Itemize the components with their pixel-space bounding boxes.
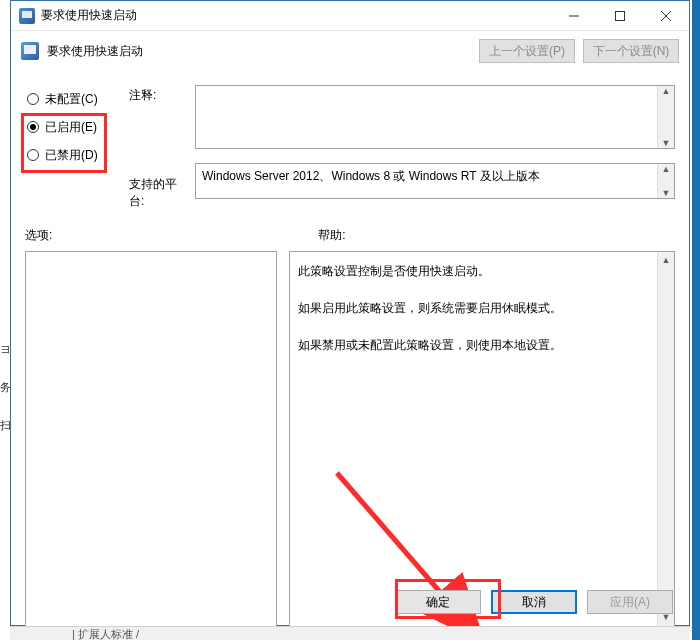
options-pane xyxy=(25,251,277,627)
scroll-down-icon[interactable]: ▼ xyxy=(662,138,671,148)
prev-setting-button[interactable]: 上一个设置(P) xyxy=(479,39,575,63)
radio-disabled[interactable]: 已禁用(D) xyxy=(25,141,117,169)
comment-label: 注释: xyxy=(129,87,189,104)
scroll-up-icon[interactable]: ▲ xyxy=(662,86,671,96)
desktop-edge xyxy=(692,0,700,640)
platform-text: Windows Server 2012、Windows 8 或 Windows … xyxy=(202,169,540,183)
apply-button[interactable]: 应用(A) xyxy=(587,590,673,614)
scroll-up-icon[interactable]: ▲ xyxy=(662,164,671,174)
cancel-button[interactable]: 取消 xyxy=(491,590,577,614)
svg-rect-1 xyxy=(616,11,625,20)
help-paragraph: 此策略设置控制是否使用快速启动。 xyxy=(298,260,652,283)
background-tab-fragment: | 扩展人标准 / xyxy=(10,626,690,640)
ok-button[interactable]: 确定 xyxy=(395,590,481,614)
minimize-button[interactable] xyxy=(551,1,597,31)
radio-icon xyxy=(27,93,39,105)
scrollbar[interactable]: ▲ ▼ xyxy=(657,86,674,148)
window-title: 要求使用快速启动 xyxy=(41,7,551,24)
help-pane: 此策略设置控制是否使用快速启动。 如果启用此策略设置，则系统需要启用休眠模式。 … xyxy=(289,251,675,627)
radio-enabled[interactable]: 已启用(E) xyxy=(25,113,117,141)
field-labels: 注释: 支持的平台: xyxy=(129,87,189,210)
scrollbar[interactable]: ▲ ▼ xyxy=(657,252,674,626)
app-icon xyxy=(19,8,35,24)
radio-not-configured[interactable]: 未配置(C) xyxy=(25,85,117,113)
radio-icon xyxy=(27,121,39,133)
radio-icon xyxy=(27,149,39,161)
help-label: 帮助: xyxy=(318,227,345,247)
help-paragraph: 如果禁用或未配置此策略设置，则使用本地设置。 xyxy=(298,334,652,357)
scroll-down-icon[interactable]: ▼ xyxy=(662,188,671,198)
radio-label: 未配置(C) xyxy=(45,91,98,108)
scroll-up-icon[interactable]: ▲ xyxy=(662,252,671,269)
titlebar[interactable]: 要求使用快速启动 xyxy=(11,1,689,31)
scrollbar[interactable]: ▲ ▼ xyxy=(657,164,674,198)
dialog-button-row: 确定 取消 应用(A) xyxy=(11,579,689,625)
maximize-button[interactable] xyxy=(597,1,643,31)
close-button[interactable] xyxy=(643,1,689,31)
toolbar: 要求使用快速启动 上一个设置(P) 下一个设置(N) xyxy=(11,31,689,71)
supported-platform-box: Windows Server 2012、Windows 8 或 Windows … xyxy=(195,163,675,199)
dialog-window: 要求使用快速启动 要求使用快速启动 上一个设置(P) 下一个设置(N) 未配置(… xyxy=(10,0,690,626)
next-setting-button[interactable]: 下一个设置(N) xyxy=(583,39,679,63)
comment-textarea[interactable]: ▲ ▼ xyxy=(195,85,675,149)
dialog-body: 未配置(C) 已启用(E) 已禁用(D) 注释: 支持的平台: ▲ ▼ Wind… xyxy=(11,71,689,625)
toolbar-subtitle: 要求使用快速启动 xyxy=(47,43,143,60)
radio-label: 已禁用(D) xyxy=(45,147,98,164)
platform-label: 支持的平台: xyxy=(129,176,189,210)
background-fragment: ヨ 务 扫 xyxy=(0,330,10,444)
section-labels: 选项: 帮助: xyxy=(25,227,685,247)
radio-label: 已启用(E) xyxy=(45,119,97,136)
state-radio-group: 未配置(C) 已启用(E) 已禁用(D) xyxy=(25,85,117,169)
options-label: 选项: xyxy=(25,227,52,247)
policy-icon xyxy=(21,42,39,60)
help-paragraph: 如果启用此策略设置，则系统需要启用休眠模式。 xyxy=(298,297,652,320)
